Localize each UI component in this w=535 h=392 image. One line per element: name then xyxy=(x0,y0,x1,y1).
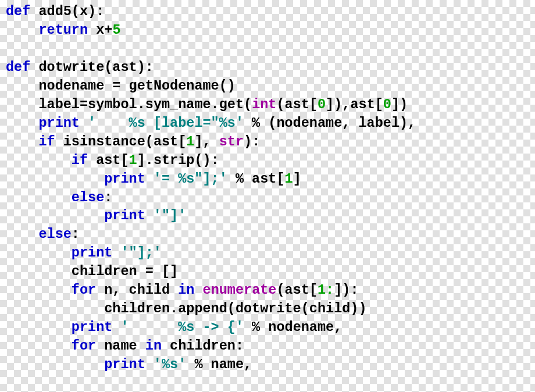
line-14: print '"];' xyxy=(6,245,162,261)
fn-add5: add5 xyxy=(38,3,71,19)
kw-return: return xyxy=(38,22,88,38)
str-close2: '"];' xyxy=(120,245,162,261)
str-eq-fmt: '= %s"];' xyxy=(154,171,227,187)
line-17: children.append(dotwrite(child)) xyxy=(6,301,367,316)
line-5: nodename = getNodename() xyxy=(6,78,236,94)
builtin-str: str xyxy=(219,134,244,149)
line-1: def add5(x): xyxy=(6,3,104,19)
num-5: 5 xyxy=(112,22,120,38)
str-name: '%s' xyxy=(154,357,186,372)
str-arrow: ' %s -> {' xyxy=(120,319,244,335)
kw-for: for xyxy=(72,282,96,298)
line-9: if ast[1].strip(): xyxy=(6,152,219,168)
line-11: else: xyxy=(6,190,112,205)
line-8: if isinstance(ast[1], str): xyxy=(6,134,260,149)
line-10: print '= %s"];' % ast[1] xyxy=(6,171,301,187)
line-3 xyxy=(6,41,14,56)
kw-if: if xyxy=(38,134,55,149)
line-2: return x+5 xyxy=(6,22,120,38)
kw-print: print xyxy=(38,115,80,131)
line-13: else: xyxy=(6,226,80,242)
kw-def: def xyxy=(6,3,30,19)
line-19: for name in children: xyxy=(6,338,244,354)
line-12: print '"]' xyxy=(6,208,186,223)
builtin-int: int xyxy=(252,97,276,112)
str-label-fmt: ' %s [label="%s' xyxy=(88,115,244,131)
line-20: print '%s' % name, xyxy=(6,357,252,372)
line-6: label=symbol.sym_name.get(int(ast[0]),as… xyxy=(6,97,408,112)
kw-else: else xyxy=(72,190,104,205)
line-7: print ' %s [label="%s' % (nodename, labe… xyxy=(6,115,416,131)
line-16: for n, child in enumerate(ast[1:]): xyxy=(6,282,359,298)
builtin-enumerate: enumerate xyxy=(203,282,277,298)
line-18: print ' %s -> {' % nodename, xyxy=(6,319,342,335)
line-4: def dotwrite(ast): xyxy=(6,59,154,75)
str-close1: '"]' xyxy=(154,208,186,223)
kw-in: in xyxy=(178,282,194,298)
code-block: def add5(x): return x+5 def dotwrite(ast… xyxy=(0,0,535,376)
fn-dotwrite: dotwrite xyxy=(38,59,104,75)
line-15: children = [] xyxy=(6,263,178,279)
